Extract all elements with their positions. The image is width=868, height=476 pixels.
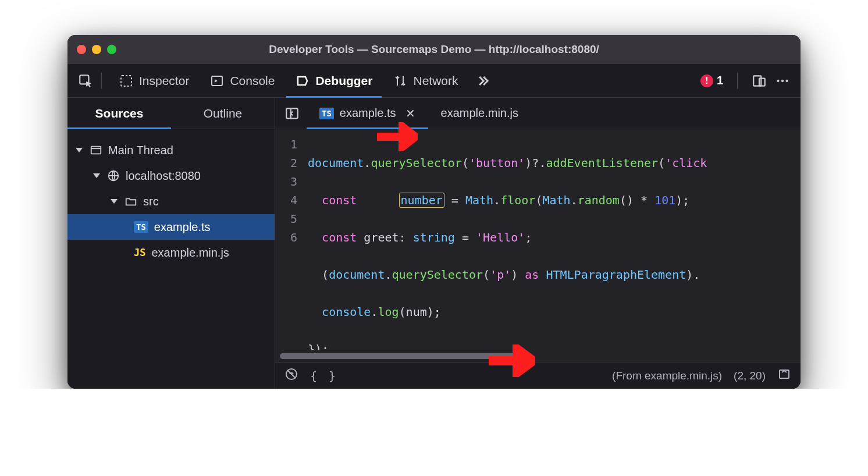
annotation-arrow-icon <box>377 122 418 151</box>
chevron-down-icon <box>111 199 118 204</box>
kebab-menu-icon[interactable] <box>775 73 790 88</box>
code-body[interactable]: document.querySelector('button')?.addEve… <box>303 129 801 350</box>
toggle-sidebar-icon[interactable] <box>282 102 307 125</box>
toolbar-right: ! 1 <box>700 73 790 89</box>
line-number: 6 <box>275 228 297 247</box>
responsive-mode-icon[interactable] <box>752 73 767 88</box>
sidebar-tab-outline[interactable]: Outline <box>171 98 275 129</box>
folder-label: src <box>143 195 159 208</box>
pick-element-icon[interactable] <box>78 73 93 88</box>
svg-rect-4 <box>759 78 765 86</box>
host-label: localhost:8080 <box>126 169 201 183</box>
devtools-window: Developer Tools — Sourcemaps Demo — http… <box>67 35 801 389</box>
tree-row-file-js[interactable]: JS example.min.js <box>67 240 275 265</box>
debugger-label: Debugger <box>315 74 372 88</box>
network-label: Network <box>413 74 458 88</box>
horizontal-scrollbar[interactable] <box>275 350 801 362</box>
close-window-button[interactable] <box>77 45 86 54</box>
code-editor[interactable]: 1 2 3 4 5 6 document.querySelector('butt… <box>275 129 801 350</box>
source-panel: TS example.ts ✕ example.min.js 1 2 3 4 5… <box>275 98 801 389</box>
maximize-window-button[interactable] <box>107 45 116 54</box>
tab-network[interactable]: Network <box>384 64 467 97</box>
active-tab-label: example.ts <box>340 106 396 120</box>
js-file-icon: JS <box>134 247 145 258</box>
svg-rect-10 <box>286 108 298 118</box>
source-map-origin: (From example.min.js) <box>612 370 722 382</box>
svg-point-6 <box>781 79 784 81</box>
toolbar-separator <box>101 73 102 89</box>
main-thread-label: Main Thread <box>108 144 173 157</box>
line-number: 5 <box>275 209 297 228</box>
editor-status-bar: { } (From example.min.js) (2, 20) <box>275 362 801 389</box>
tree-row-file-ts[interactable]: TS example.ts <box>67 214 275 240</box>
error-icon: ! <box>700 74 713 87</box>
inspector-label: Inspector <box>139 74 189 88</box>
ts-file-icon: TS <box>134 221 148 233</box>
devtools-toolbar: Inspector Console Debugger Network ! 1 <box>67 64 801 98</box>
inactive-tab-label: example.min.js <box>441 106 518 120</box>
tree-row-folder[interactable]: src <box>67 189 275 214</box>
sources-sidebar: Sources Outline Main Thread localhost:80… <box>67 98 275 389</box>
folder-icon <box>124 195 137 208</box>
error-count-badge[interactable]: ! 1 <box>700 74 723 87</box>
tree-row-host[interactable]: localhost:8080 <box>67 163 275 189</box>
sidebar-tab-sources[interactable]: Sources <box>67 98 171 129</box>
titlebar: Developer Tools — Sourcemaps Demo — http… <box>67 35 801 64</box>
outline-tab-label: Outline <box>204 106 243 120</box>
close-tab-icon[interactable]: ✕ <box>405 106 415 120</box>
minimize-window-button[interactable] <box>92 45 101 54</box>
annotation-arrow-icon <box>489 344 535 377</box>
sidebar-tabs: Sources Outline <box>67 98 275 129</box>
error-count: 1 <box>717 74 723 87</box>
chevron-down-icon <box>76 148 83 152</box>
toolbar-separator <box>737 73 738 89</box>
show-errors-icon[interactable] <box>777 367 791 384</box>
blackbox-icon[interactable] <box>284 367 298 384</box>
sources-tree: Main Thread localhost:8080 src TS exampl… <box>67 129 275 265</box>
tree-row-main-thread[interactable]: Main Thread <box>67 137 275 163</box>
cursor-position: (2, 20) <box>734 370 766 382</box>
tab-debugger[interactable]: Debugger <box>286 64 382 97</box>
file-ts-label: example.ts <box>154 221 211 234</box>
file-js-label: example.min.js <box>151 246 229 260</box>
globe-icon <box>107 169 120 182</box>
svg-rect-8 <box>91 147 101 154</box>
window-icon <box>90 144 102 157</box>
line-number: 3 <box>275 172 297 191</box>
chevron-down-icon <box>93 173 100 178</box>
tab-console[interactable]: Console <box>201 64 284 97</box>
ts-file-icon: TS <box>319 108 334 119</box>
pretty-print-icon[interactable]: { } <box>310 369 338 383</box>
tab-inspector[interactable]: Inspector <box>110 64 198 97</box>
line-number: 2 <box>275 154 297 172</box>
console-label: Console <box>230 74 275 88</box>
svg-point-7 <box>785 79 788 81</box>
overflow-tabs-icon[interactable] <box>475 73 491 89</box>
traffic-lights <box>77 45 116 54</box>
svg-rect-3 <box>753 76 761 86</box>
sources-tab-label: Sources <box>95 106 144 120</box>
svg-rect-1 <box>121 76 131 86</box>
file-tabs: TS example.ts ✕ example.min.js <box>275 98 801 129</box>
line-number: 1 <box>275 135 297 154</box>
svg-point-5 <box>777 79 779 81</box>
window-title: Developer Tools — Sourcemaps Demo — http… <box>67 43 801 56</box>
line-gutter: 1 2 3 4 5 6 <box>275 129 303 350</box>
highlighted-type: number <box>399 193 444 208</box>
line-number: 4 <box>275 191 297 209</box>
file-tab-inactive[interactable]: example.min.js <box>428 98 531 129</box>
debugger-main: Sources Outline Main Thread localhost:80… <box>67 98 801 389</box>
